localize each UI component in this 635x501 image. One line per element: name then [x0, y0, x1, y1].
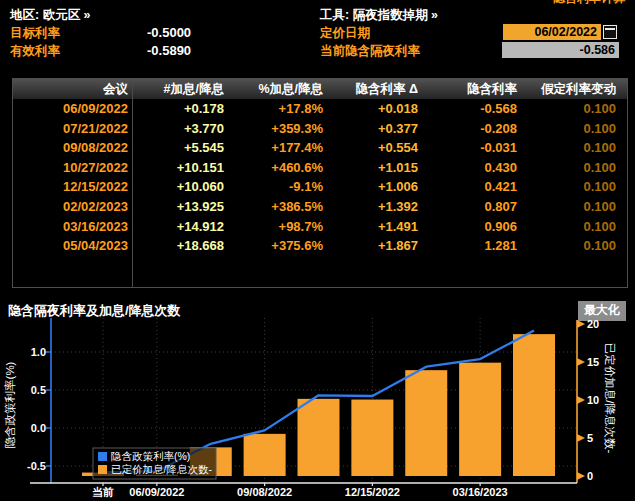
x-tick-label: 09/08/2022: [237, 486, 292, 498]
left-tick-label: -0.5: [27, 460, 46, 472]
x-tick-label: 当前: [92, 486, 114, 498]
right-tick-arrow: [577, 472, 585, 480]
legend-swatch: [98, 465, 107, 474]
wirp-screen: { "top": { "clipped_text": "隐含利率计算", "re…: [0, 0, 635, 501]
priced-hikes-bar: [298, 399, 340, 476]
legend-label[interactable]: 已定价加息/降息次数-: [111, 463, 212, 475]
legend-swatch: [98, 452, 107, 461]
x-tick-label: 03/16/2023: [453, 486, 508, 498]
legend-label[interactable]: 隐含政策利率(%): [111, 450, 190, 462]
priced-hikes-bar: [351, 400, 393, 476]
right-tick-arrow: [577, 358, 585, 366]
x-tick-label: 12/15/2022: [345, 486, 400, 498]
chart-legend[interactable]: 隐含政策利率(%)已定价加息/降息次数-: [93, 448, 216, 479]
left-tick-label: 1.0: [31, 346, 46, 358]
priced-hikes-bar: [244, 434, 286, 476]
priced-hikes-bar: [405, 370, 447, 476]
rate-chart: 1.00.50.0-0.520151050当前06/09/202209/08/2…: [0, 0, 635, 501]
x-tick-label: 06/09/2022: [129, 486, 184, 498]
right-tick-arrow: [577, 434, 585, 442]
left-axis-title: 隐含政策利率(%): [4, 361, 16, 448]
right-axis-title: 已定价加息/降息次数-: [604, 343, 616, 454]
left-tick-label: 0.0: [31, 422, 46, 434]
right-tick-label: 5: [587, 432, 593, 444]
right-tick-arrow: [577, 320, 585, 328]
left-tick-label: 0.5: [31, 384, 46, 396]
right-tick-arrow: [577, 396, 585, 404]
right-tick-label: 15: [587, 356, 599, 368]
right-tick-label: 0: [587, 470, 593, 482]
priced-hikes-bar: [459, 363, 501, 476]
right-tick-label: 10: [587, 394, 599, 406]
priced-hikes-bar: [513, 334, 555, 476]
right-tick-label: 20: [587, 318, 599, 330]
